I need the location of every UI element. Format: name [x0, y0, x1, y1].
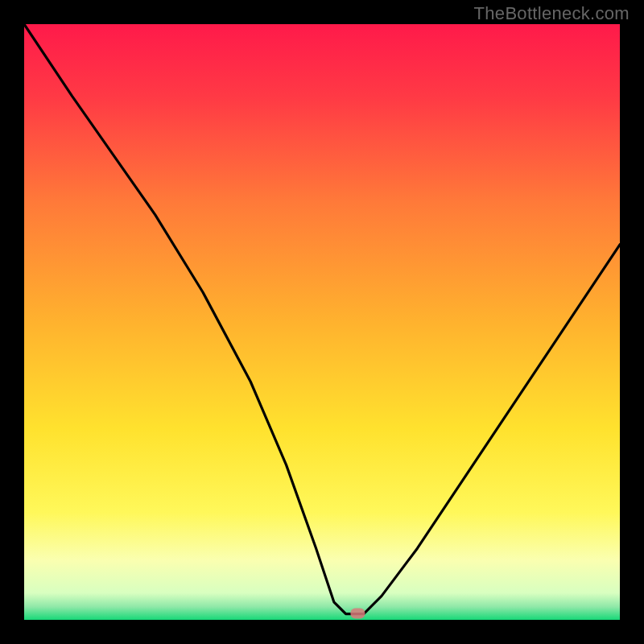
gradient-background — [24, 24, 620, 620]
chart-frame: TheBottleneck.com — [0, 0, 644, 644]
watermark-text: TheBottleneck.com — [474, 3, 630, 24]
bottleneck-chart — [24, 24, 620, 620]
marker-pill — [350, 609, 365, 619]
